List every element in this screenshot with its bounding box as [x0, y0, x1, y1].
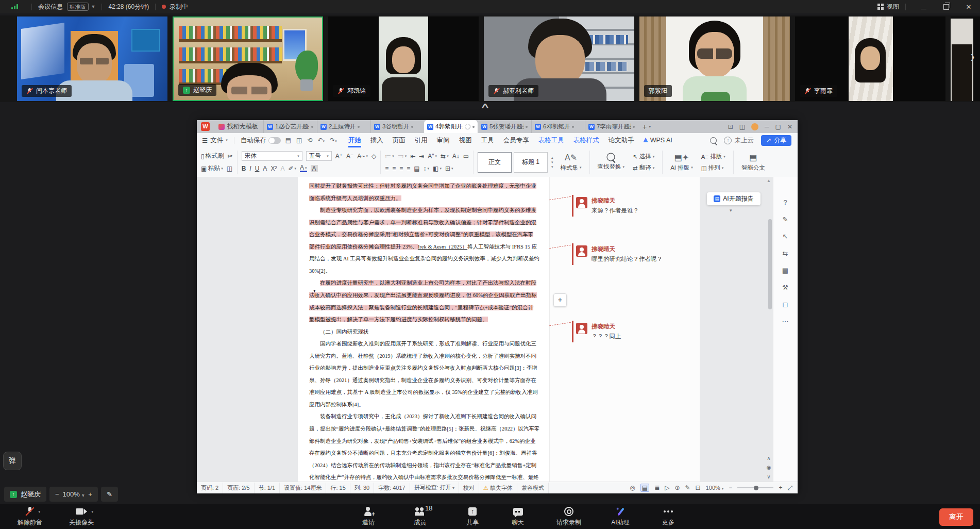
- align-left-icon[interactable]: ≡: [385, 165, 388, 172]
- char-shading-button[interactable]: A: [311, 165, 318, 172]
- clear-format-icon[interactable]: ◇: [371, 153, 376, 160]
- notes-icon[interactable]: ▤: [773, 267, 798, 274]
- styles-scroll-arrows[interactable]: ▴▾▾: [550, 156, 555, 169]
- save-icon[interactable]: ▤: [285, 137, 291, 144]
- autosave-toggle[interactable]: [268, 137, 281, 144]
- find-replace-button[interactable]: 查找替换▾: [594, 151, 629, 174]
- menu-item-1[interactable]: 插入: [366, 134, 388, 147]
- ai-typeset-button[interactable]: ▤✦ AI 排版▾: [667, 151, 697, 174]
- split-view-icon[interactable]: ◫: [739, 123, 745, 130]
- zoom-level[interactable]: 100% ▾: [706, 485, 724, 491]
- outline-view-icon[interactable]: ≣: [654, 484, 660, 491]
- menu-item-5[interactable]: 视图: [454, 134, 477, 147]
- justify-icon[interactable]: ≡: [407, 165, 410, 172]
- cloud-status[interactable]: ↑ 未上云: [724, 136, 754, 145]
- wps-close-icon[interactable]: ✕: [787, 123, 792, 130]
- document-tab[interactable]: W2王姮诗开: [317, 120, 370, 133]
- menu-item-9[interactable]: 表格样式: [569, 134, 604, 147]
- participant-tile[interactable]: 李雨霏: [795, 16, 945, 101]
- italic-button[interactable]: I: [249, 165, 251, 172]
- adjust-icon[interactable]: ⇆: [773, 250, 798, 257]
- file-menu[interactable]: ☰ 文件 ▾: [202, 136, 228, 145]
- share-zoom-level[interactable]: 100% ∨: [63, 490, 85, 498]
- select-button[interactable]: ↖ 选择▾: [633, 153, 654, 160]
- decrease-indent-icon[interactable]: ⇤: [410, 153, 415, 160]
- tools-icon[interactable]: ⚒: [773, 284, 798, 291]
- shading-icon[interactable]: ◧▾: [433, 165, 442, 172]
- annotate-chip[interactable]: ✎: [101, 487, 118, 502]
- copy-icon[interactable]: ◫: [227, 165, 232, 172]
- superscript-button[interactable]: X²: [271, 165, 277, 172]
- paragraph-mark-icon[interactable]: ▭: [463, 153, 469, 160]
- underline-button[interactable]: U: [255, 165, 260, 172]
- document-tab[interactable]: W5张贺璠开题报: [478, 120, 531, 133]
- fit-page-icon[interactable]: ⤢: [787, 484, 792, 491]
- unmute-button[interactable]: ▾ 解除静音: [4, 506, 56, 527]
- scroll-videos-right-button[interactable]: ›: [971, 46, 974, 67]
- paste-button[interactable]: ▣ 粘贴 ▾: [201, 164, 223, 173]
- increase-indent-icon[interactable]: ⇥: [419, 153, 424, 160]
- zoom-out-button[interactable]: −: [729, 484, 732, 491]
- danmaku-button[interactable]: 弹: [3, 452, 22, 470]
- edit-icon[interactable]: ✎: [773, 216, 798, 223]
- minimize-button[interactable]: [912, 3, 935, 11]
- menu-item-0[interactable]: 开始: [344, 134, 366, 147]
- style-heading-1[interactable]: 标题 1: [514, 152, 548, 173]
- tab-list-chevron-icon[interactable]: ▾: [649, 124, 651, 129]
- request-record-button[interactable]: 请求录制: [545, 506, 593, 527]
- menu-item-11[interactable]: WPS AI: [639, 134, 677, 147]
- zoom-in-button[interactable]: +: [779, 484, 782, 491]
- chat-button[interactable]: 聊天: [500, 506, 536, 527]
- document-tab[interactable]: W7李雨霏开题报: [585, 120, 638, 133]
- meeting-info-button[interactable]: 会议信息: [38, 3, 63, 11]
- participant-tile[interactable]: 闫本宗老师: [17, 16, 167, 101]
- restore-button[interactable]: [935, 3, 957, 11]
- sort-icon[interactable]: A↓: [452, 153, 460, 160]
- translate-button[interactable]: ⇄ 翻译▾: [633, 164, 654, 172]
- more-button[interactable]: 更多: [650, 506, 686, 527]
- scroll-up-arrow-icon[interactable]: ▲: [767, 178, 771, 183]
- skin-icon[interactable]: ◻: [773, 301, 798, 308]
- bullet-list-icon[interactable]: ≔▾: [385, 153, 394, 160]
- participant-tile[interactable]: 郝亚利老师: [484, 16, 634, 101]
- document-tab[interactable]: W3谷明哲开: [370, 120, 424, 133]
- web-layout-icon[interactable]: ⊕: [674, 484, 680, 491]
- select-tool-icon[interactable]: ↖: [773, 233, 798, 240]
- participant-tile[interactable]: 郭紫阳: [639, 16, 790, 101]
- comment-card[interactable]: 拂晓晴天来源？作者是谁？: [572, 195, 703, 217]
- edit-mode-icon[interactable]: ✎: [685, 484, 690, 491]
- strikethrough-button[interactable]: A: [263, 165, 267, 172]
- add-comment-button[interactable]: +: [553, 293, 567, 307]
- ai-assistant-button[interactable]: AI助理: [600, 506, 640, 527]
- chevron-down-icon[interactable]: ▼: [91, 4, 96, 9]
- font-family-select[interactable]: 宋体▾: [242, 151, 302, 161]
- align-center-icon[interactable]: ≡: [392, 165, 396, 172]
- template-home-tab[interactable]: 找稻壳模板: [213, 120, 263, 133]
- more-rail-icon[interactable]: ⋯: [773, 318, 798, 325]
- zoom-in-share-button[interactable]: +: [88, 490, 92, 498]
- undo-icon[interactable]: ↶▾: [317, 137, 325, 144]
- page-nav-dot-icon[interactable]: ◉: [764, 465, 774, 470]
- new-tab-button[interactable]: +: [643, 123, 647, 131]
- view-button[interactable]: 视图: [887, 3, 899, 11]
- close-button[interactable]: ✕: [957, 3, 980, 11]
- arrange-button[interactable]: ◫ 排列▾: [701, 164, 725, 172]
- eye-protect-icon[interactable]: ◎: [630, 484, 635, 491]
- menu-item-4[interactable]: 审阅: [432, 134, 454, 147]
- menu-item-6[interactable]: 工具: [477, 134, 499, 147]
- text-direction-icon[interactable]: ⇆▾: [441, 153, 449, 160]
- document-scrollbar[interactable]: [768, 219, 772, 309]
- sharer-chip[interactable]: ↑ 赵晓庆: [4, 487, 46, 502]
- participant-tile[interactable]: ↑赵晓庆: [173, 16, 323, 101]
- sync-icon[interactable]: ⟲: [307, 137, 312, 144]
- wps-minimize-icon[interactable]: ─: [765, 123, 769, 130]
- ai-proposal-report-button[interactable]: ▤ AI开题报告: [707, 192, 761, 205]
- borders-icon[interactable]: ⊞▾: [445, 165, 453, 172]
- menu-item-10[interactable]: 论文助手: [604, 134, 639, 147]
- typeset-button[interactable]: A≡ 排版▾: [701, 153, 725, 160]
- cut-icon[interactable]: ✂: [228, 153, 233, 160]
- menu-item-7[interactable]: 会员专享: [499, 134, 534, 147]
- menu-item-2[interactable]: 页面: [388, 134, 410, 147]
- document-tab[interactable]: W4郭紫阳开题: [424, 120, 478, 133]
- zoom-slider[interactable]: [737, 487, 773, 488]
